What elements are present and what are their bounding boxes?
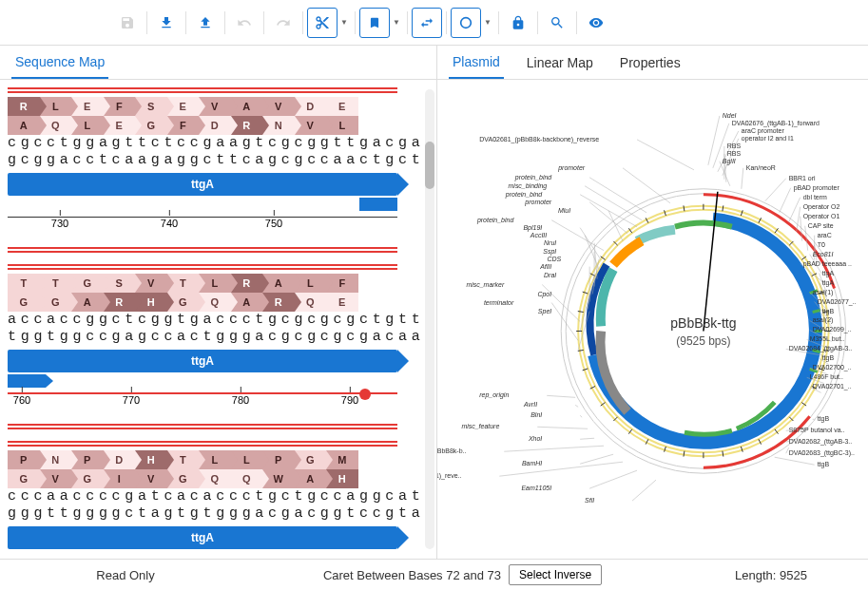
feature-label[interactable]: DVA02683_(ttgBC-3).. [789,449,855,457]
aa-row: GGARHGQARQE [8,293,397,312]
feature-label[interactable]: BlnI [530,411,542,418]
circle-dropdown[interactable]: ▼ [481,8,494,38]
feature-label[interactable]: DVA02679_(ttgBC-1)_reve.. [437,472,461,480]
scrollbar[interactable] [425,89,434,549]
plasmid-view[interactable]: pBbB8k-ttg (9525 bps) DVA02681_(pBbB8k-b… [437,80,868,559]
feature-bar[interactable]: ttgA [8,526,397,549]
feature-label[interactable]: NdeI [723,112,737,119]
feature-label[interactable]: pBAD promoter [794,184,840,192]
feature-label[interactable]: RBS [727,150,742,157]
feature-label[interactable]: MluI [558,207,570,214]
feature-label[interactable]: AflII [539,263,551,270]
feature-label[interactable]: DVA02701_.. [813,383,852,390]
feature-label[interactable]: DVA02677_.. [818,298,857,306]
sequence-reverse[interactable]: gggttggggctagtgtgggacgacggtccgtac [8,505,397,523]
feature-label[interactable]: asaI(2) [813,316,834,324]
feature-label[interactable]: promoter [557,164,586,172]
feature-label[interactable]: ttgA [822,270,835,277]
feature-label[interactable]: Operator O1 [803,213,840,220]
bookmark-button[interactable] [359,8,390,38]
feature-label[interactable]: CDS [547,256,561,262]
feature-label[interactable]: terminator [484,299,514,306]
feature-label[interactable]: Bpl19I [523,224,542,232]
feature-label[interactable]: DVA02681_(pBbB8k-backbone)_reverse [479,136,599,143]
feature-label[interactable]: ttgB [818,461,830,468]
feature-label[interactable]: Eam1105I [521,485,551,491]
feature-label[interactable]: BBR1 ori [789,175,816,181]
visibility-button[interactable] [581,8,611,38]
feature-label[interactable]: misc_marker [466,281,505,288]
select-inverse-button[interactable]: Select Inverse [509,564,602,585]
feature-label[interactable]: ttgA [822,279,835,287]
feature-bar[interactable]: ttgA [8,350,397,372]
sequence-forward[interactable]: accaccggctcggtgaccctgcgcgcgctgttc [8,312,397,329]
feature-label[interactable]: Operator O2 [803,203,840,211]
feature-label[interactable]: protein_bind [476,217,514,224]
feature-label[interactable]: DVA02684_(ttgAB-3.. [789,345,853,352]
bookmark-dropdown[interactable]: ▼ [390,8,403,38]
feature-label[interactable]: L486F but.. [810,373,843,380]
feature-label[interactable]: RBS [727,143,742,149]
feature-label[interactable]: ttgB [822,354,835,362]
sequence-forward[interactable]: cccaaccccgatcacaccctgctgccaggcatg [8,488,397,505]
feature-label[interactable]: AccIII [530,232,547,238]
swap-button[interactable] [412,8,442,38]
sequence-forward[interactable]: cgcctggagttctccgaagtcgcggttgacgag [8,135,397,152]
feature-label[interactable]: Kan/neoR [746,164,776,171]
feature-label[interactable]: araC promoter [742,127,785,135]
marker-dot[interactable] [359,389,371,400]
feature-label[interactable]: operator I2 and I1 [742,135,794,143]
search-button[interactable] [542,8,572,38]
feature-label[interactable]: ttgB [822,308,835,315]
feature-label[interactable]: DVA02682_(ttgAB-3.. [789,438,853,446]
download-button[interactable] [151,8,182,38]
feature-label[interactable]: rep_origin [479,391,509,399]
feature-label[interactable]: SfiI [585,497,594,504]
svg-line-88 [765,179,786,201]
feature-label[interactable]: protein_bind [514,174,552,181]
feature-label[interactable]: S875P butanol va.. [789,427,845,433]
svg-line-70 [547,395,575,397]
feature-label[interactable]: misc_feature [461,423,499,429]
tab-linear-map[interactable]: Linear Map [523,48,597,78]
feature-label[interactable]: AvrII [523,401,537,408]
feature-label[interactable]: asaI(1) [813,289,834,296]
tab-properties[interactable]: Properties [616,48,685,78]
feature-label[interactable]: DVA02676_(ttgAB-1)_forward [732,120,820,127]
tab-plasmid[interactable]: Plasmid [449,47,504,79]
feature-label[interactable]: Eco81I [813,251,834,257]
svg-line-80 [708,116,720,165]
feature-label[interactable]: ttgB [818,415,830,423]
sequence-reverse[interactable]: gcggacctcaagaggcttcagcgccaactgctc [8,152,397,169]
feature-label[interactable]: misc_binding [509,182,548,190]
feature-label[interactable]: BamHI [522,460,542,466]
feature-label[interactable]: DraI [544,272,556,278]
scrollbar-thumb[interactable] [425,142,434,189]
feature-label[interactable]: BglII [723,158,736,165]
feature-label[interactable]: DVA02700_.. [813,364,852,371]
feature-label[interactable]: CAP site [808,222,834,229]
feature-label[interactable]: M355L but.. [810,335,845,342]
cut-dropdown[interactable]: ▼ [338,8,351,38]
feature-label[interactable]: SpeI [538,308,551,315]
sequence-content[interactable]: RLEFSEVAVDEAQLEGFDRNVLcgcctggagttctccgaa… [0,80,436,559]
feature-label[interactable]: DVA02680_(pBbB8k-b.. [437,447,466,455]
feature-label[interactable]: NruI [544,239,556,246]
feature-label[interactable]: T0 [818,241,825,248]
upload-button[interactable] [190,8,221,38]
feature-label[interactable]: dbl term [803,194,827,200]
feature-label[interactable]: araC [818,232,832,238]
feature-label[interactable]: pBAD teeeaaa .. [803,260,852,268]
feature-label[interactable]: DVA02699_.. [813,326,852,333]
feature-label[interactable]: SspI [543,248,556,256]
feature-label[interactable]: XhoI [528,435,542,442]
feature-label[interactable]: promoter [524,199,552,206]
tab-sequence-map[interactable]: Sequence Map [11,47,108,79]
feature-bar[interactable]: ttgA [8,173,397,196]
feature-label[interactable]: CpoI [537,291,551,298]
cut-button[interactable] [307,8,338,38]
sequence-reverse[interactable]: tggtggccgagccactgggacgcgcgcgacaag [8,329,397,346]
circle-button[interactable] [451,8,481,38]
lock-button[interactable] [503,8,533,38]
feature-label[interactable]: protein_bind [505,191,543,199]
